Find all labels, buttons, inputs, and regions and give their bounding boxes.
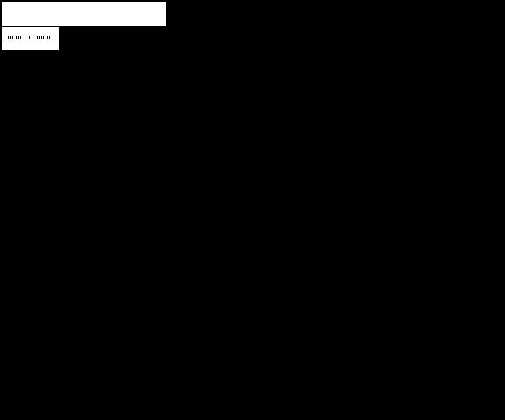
capture-info-box [2, 2, 166, 26]
color-scale-legend [2, 27, 59, 50]
colormap-tick-ruler [4, 36, 56, 41]
frequency-axis-ruler [439, 0, 460, 420]
colormap-gradient-bar [4, 28, 55, 36]
waterfall-spectrogram-canvas [2, 2, 439, 418]
spectrum-side-panel [460, 0, 505, 420]
spectrogram-screen [0, 0, 505, 420]
